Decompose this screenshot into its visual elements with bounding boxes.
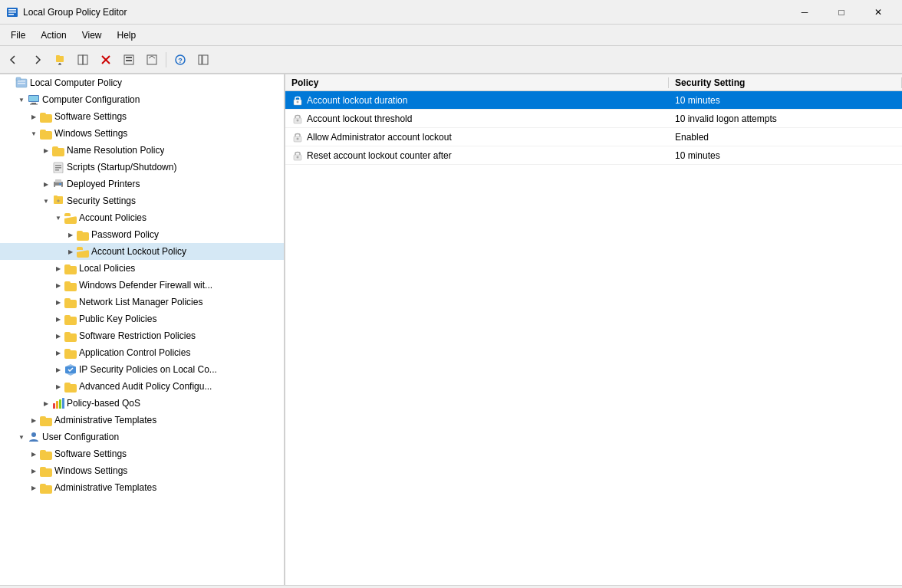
menu-action[interactable]: Action	[33, 27, 74, 44]
svg-rect-24	[30, 104, 38, 105]
reset-counter-cell: Reset account lockout counter after	[285, 149, 669, 162]
tree-admin-templates-2[interactable]: ▶ Administrative Templates	[0, 479, 284, 496]
tree-deployed-printers[interactable]: ▶ Deployed Printers	[0, 176, 284, 192]
tree-panel: Local Computer Policy ▼ Computer Configu…	[0, 74, 285, 585]
software-restriction-label: Software Restriction Policies	[79, 330, 196, 341]
export-button[interactable]	[141, 49, 163, 71]
maximize-button[interactable]: □	[824, 0, 859, 25]
allow-admin-icon	[291, 131, 304, 143]
forward-button[interactable]	[26, 49, 48, 71]
account-expand-icon: ▼	[52, 212, 64, 224]
root-label: Local Computer Policy	[30, 77, 122, 88]
policy-column-header[interactable]: Policy	[285, 77, 669, 88]
tree-scripts[interactable]: Scripts (Startup/Shutdown)	[0, 159, 284, 176]
tree-app-control[interactable]: ▶ Application Control Policies	[0, 344, 284, 361]
allow-admin-cell: Allow Administrator account lockout	[285, 131, 669, 143]
tree-ip-security[interactable]: ▶ IP Security Policies on Local Co...	[0, 361, 284, 378]
tree-name-resolution[interactable]: ▶ Name Resolution Policy	[0, 142, 284, 159]
software1-expand-icon: ▶	[28, 110, 40, 123]
network-expand-icon: ▶	[52, 296, 64, 308]
tree-wdf[interactable]: ▶ Windows Defender Firewall wit...	[0, 277, 284, 294]
printers-expand-icon: ▶	[40, 178, 52, 190]
main-content: Local Computer Policy ▼ Computer Configu…	[0, 74, 902, 585]
tree-admin-templates-1[interactable]: ▶ Administrative Templates	[0, 412, 284, 429]
computer-config-label: Computer Configuration	[42, 94, 140, 105]
lockout-expand-icon: ▶	[64, 245, 77, 258]
local-policies-folder-icon	[64, 262, 77, 274]
properties-button[interactable]	[118, 49, 140, 71]
tree-root[interactable]: Local Computer Policy	[0, 74, 284, 91]
ip-security-icon	[64, 363, 77, 376]
pubkey-folder-icon	[64, 313, 77, 325]
policy-row-lockout-threshold[interactable]: Account lockout threshold 10 invalid log…	[285, 110, 902, 128]
tree-account-lockout[interactable]: ▶ Account Lockout Policy	[0, 243, 284, 260]
lockout-threshold-value: 10 invalid logon attempts	[669, 113, 902, 124]
close-button[interactable]: ✕	[861, 0, 896, 25]
tree-password-policy[interactable]: ▶ Password Policy	[0, 226, 284, 243]
tree-software-restriction[interactable]: ▶ Software Restriction Policies	[0, 327, 284, 344]
qos-expand-icon: ▶	[40, 397, 52, 409]
lockout-threshold-icon	[291, 113, 304, 125]
menu-file[interactable]: File	[3, 27, 33, 44]
back-button[interactable]	[3, 49, 25, 71]
windows2-expand-icon: ▶	[28, 465, 40, 477]
tree-local-policies[interactable]: ▶ Local Policies	[0, 260, 284, 277]
svg-point-45	[297, 119, 299, 121]
minimize-button[interactable]: ─	[787, 0, 822, 25]
security-column-header[interactable]: Security Setting	[669, 77, 902, 88]
scripts-label: Scripts (Startup/Shutdown)	[67, 162, 176, 172]
up-button[interactable]	[49, 49, 71, 71]
lockout-folder-icon	[77, 245, 89, 258]
reset-counter-label: Reset account lockout counter after	[307, 150, 452, 161]
view-button[interactable]	[193, 49, 214, 71]
windows-settings-2-label: Windows Settings	[54, 465, 127, 476]
wdf-folder-icon	[64, 279, 77, 291]
svg-rect-35	[54, 195, 58, 198]
menu-view[interactable]: View	[74, 27, 110, 44]
show-hide-button[interactable]	[72, 49, 94, 71]
soft-restrict-expand-icon: ▶	[52, 330, 64, 342]
admin1-folder-icon	[40, 414, 52, 426]
delete-button[interactable]	[95, 49, 117, 71]
scripts-icon	[52, 161, 64, 173]
svg-rect-31	[55, 179, 61, 182]
policy-row-lockout-duration[interactable]: Account lockout duration 10 minutes	[285, 91, 902, 110]
tree-qos[interactable]: ▶ Policy-based QoS	[0, 395, 284, 412]
tree-windows-settings[interactable]: ▼ Windows Settings	[0, 125, 284, 142]
software-settings-1-label: Software Settings	[54, 111, 127, 122]
tree-software-settings-1[interactable]: ▶ Software Settings	[0, 108, 284, 125]
root-icon	[15, 77, 28, 89]
policy-row-allow-admin[interactable]: Allow Administrator account lockout Enab…	[285, 128, 902, 146]
network-list-label: Network List Manager Policies	[79, 297, 202, 307]
tree-network-list[interactable]: ▶ Network List Manager Policies	[0, 294, 284, 310]
tree-advanced-audit[interactable]: ▶ Advanced Audit Policy Configu...	[0, 378, 284, 395]
tree-public-key[interactable]: ▶ Public Key Policies	[0, 310, 284, 327]
lockout-duration-cell: Account lockout duration	[285, 94, 669, 107]
tree-windows-settings-2[interactable]: ▶ Windows Settings	[0, 462, 284, 479]
svg-rect-7	[83, 55, 87, 64]
tree-user-config[interactable]: ▼ User Configuration	[0, 429, 284, 445]
qos-icon	[52, 397, 64, 409]
public-key-label: Public Key Policies	[79, 314, 156, 324]
svg-text:?: ?	[178, 57, 183, 64]
tree-software-settings-2[interactable]: ▶ Software Settings	[0, 445, 284, 462]
app-icon	[6, 6, 18, 18]
tree-account-policies[interactable]: ▼ Account Policies	[0, 209, 284, 226]
help-button[interactable]: ?	[170, 49, 191, 71]
pubkey-expand-icon: ▶	[52, 313, 64, 325]
window-controls: ─ □ ✕	[787, 0, 896, 25]
software-settings-2-label: Software Settings	[54, 448, 127, 459]
lockout-threshold-label: Account lockout threshold	[307, 113, 412, 124]
window-title: Local Group Policy Editor	[23, 7, 787, 18]
app-control-expand-icon: ▶	[52, 347, 64, 359]
ip-security-label: IP Security Policies on Local Co...	[79, 364, 217, 375]
menu-help[interactable]: Help	[110, 27, 144, 44]
svg-rect-33	[59, 183, 61, 185]
windows-expand-icon: ▼	[28, 127, 40, 140]
admin-templates-2-label: Administrative Templates	[54, 482, 156, 493]
svg-rect-2	[8, 11, 16, 13]
policy-row-reset-counter[interactable]: Reset account lockout counter after 10 m…	[285, 146, 902, 165]
tree-security-settings[interactable]: ▼ Security Settings	[0, 192, 284, 209]
user-expand-icon: ▼	[15, 431, 28, 443]
tree-computer-config[interactable]: ▼ Computer Configuration	[0, 91, 284, 108]
